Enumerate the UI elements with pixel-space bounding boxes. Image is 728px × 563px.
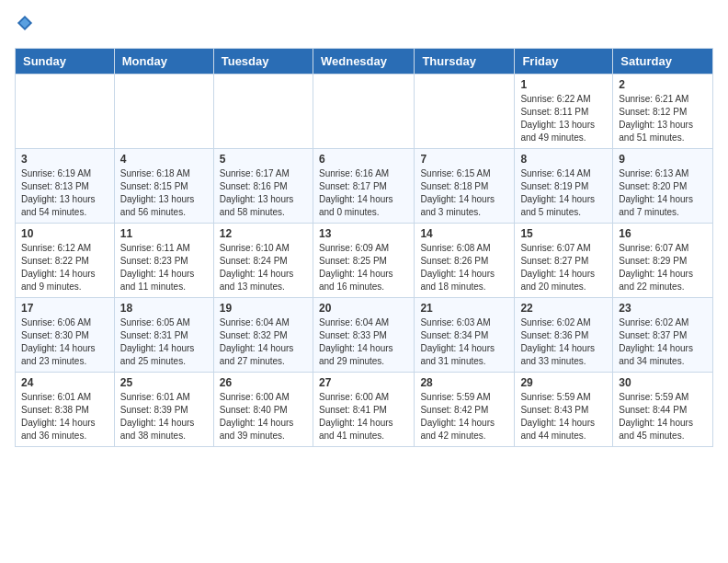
day-cell: 6Sunrise: 6:16 AM Sunset: 8:17 PM Daylig… [313,149,414,224]
day-info: Sunrise: 6:07 AM Sunset: 8:29 PM Dayligh… [619,242,707,293]
day-number: 14 [420,227,508,240]
day-info: Sunrise: 6:13 AM Sunset: 8:20 PM Dayligh… [619,167,707,219]
day-info: Sunrise: 6:05 AM Sunset: 8:31 PM Dayligh… [120,316,208,368]
day-number: 15 [520,227,607,240]
day-info: Sunrise: 6:15 AM Sunset: 8:18 PM Dayligh… [420,167,508,219]
day-cell: 23Sunrise: 6:02 AM Sunset: 8:37 PM Dayli… [613,298,713,373]
day-number: 30 [619,376,707,389]
day-info: Sunrise: 6:08 AM Sunset: 8:26 PM Dayligh… [420,242,508,293]
day-cell: 18Sunrise: 6:05 AM Sunset: 8:31 PM Dayli… [114,298,213,373]
day-number: 28 [420,376,508,389]
day-number: 17 [21,302,108,315]
day-number: 23 [619,302,707,315]
day-info: Sunrise: 6:00 AM Sunset: 8:40 PM Dayligh… [220,391,307,442]
day-cell: 24Sunrise: 6:01 AM Sunset: 8:38 PM Dayli… [16,373,115,447]
day-info: Sunrise: 6:10 AM Sunset: 8:24 PM Dayligh… [220,242,307,293]
day-cell: 5Sunrise: 6:17 AM Sunset: 8:16 PM Daylig… [213,149,313,224]
weekday-header-row: SundayMondayTuesdayWednesdayThursdayFrid… [16,49,713,75]
day-cell: 21Sunrise: 6:03 AM Sunset: 8:34 PM Dayli… [415,298,515,373]
weekday-header-friday: Friday [515,49,613,75]
week-row-4: 24Sunrise: 6:01 AM Sunset: 8:38 PM Dayli… [16,373,713,447]
day-number: 26 [220,376,307,389]
day-info: Sunrise: 6:21 AM Sunset: 8:12 PM Dayligh… [619,93,707,144]
day-cell: 19Sunrise: 6:04 AM Sunset: 8:32 PM Dayli… [213,298,313,373]
day-number: 1 [520,78,607,91]
day-cell: 17Sunrise: 6:06 AM Sunset: 8:30 PM Dayli… [16,298,115,373]
day-info: Sunrise: 6:22 AM Sunset: 8:11 PM Dayligh… [520,93,607,144]
weekday-header-saturday: Saturday [613,49,713,75]
day-number: 27 [319,376,408,389]
day-number: 9 [619,153,707,166]
day-cell: 25Sunrise: 6:01 AM Sunset: 8:39 PM Dayli… [114,373,213,447]
day-cell [16,75,115,149]
day-cell: 14Sunrise: 6:08 AM Sunset: 8:26 PM Dayli… [415,224,515,298]
day-cell: 2Sunrise: 6:21 AM Sunset: 8:12 PM Daylig… [613,75,713,149]
day-cell: 10Sunrise: 6:12 AM Sunset: 8:22 PM Dayli… [16,224,115,298]
day-number: 29 [520,376,607,389]
weekday-header-wednesday: Wednesday [313,49,414,75]
day-number: 12 [220,227,307,240]
calendar: SundayMondayTuesdayWednesdayThursdayFrid… [15,48,713,447]
day-number: 3 [21,153,108,166]
day-number: 19 [220,302,307,315]
day-cell: 26Sunrise: 6:00 AM Sunset: 8:40 PM Dayli… [213,373,313,447]
day-number: 2 [619,78,707,91]
day-cell: 4Sunrise: 6:18 AM Sunset: 8:15 PM Daylig… [114,149,213,224]
day-info: Sunrise: 6:03 AM Sunset: 8:34 PM Dayligh… [420,316,508,368]
day-info: Sunrise: 6:19 AM Sunset: 8:13 PM Dayligh… [21,167,108,219]
day-number: 25 [120,376,208,389]
day-info: Sunrise: 6:17 AM Sunset: 8:16 PM Dayligh… [220,167,307,219]
day-info: Sunrise: 6:18 AM Sunset: 8:15 PM Dayligh… [120,167,208,219]
day-info: Sunrise: 6:09 AM Sunset: 8:25 PM Dayligh… [319,242,408,293]
day-info: Sunrise: 6:02 AM Sunset: 8:36 PM Dayligh… [520,316,607,368]
day-info: Sunrise: 6:02 AM Sunset: 8:37 PM Dayligh… [619,316,707,368]
day-number: 5 [220,153,307,166]
day-info: Sunrise: 6:04 AM Sunset: 8:32 PM Dayligh… [220,316,307,368]
day-number: 21 [420,302,508,315]
day-cell: 8Sunrise: 6:14 AM Sunset: 8:19 PM Daylig… [515,149,613,224]
logo [15,15,37,37]
day-cell: 12Sunrise: 6:10 AM Sunset: 8:24 PM Dayli… [213,224,313,298]
day-cell [213,75,313,149]
day-info: Sunrise: 5:59 AM Sunset: 8:42 PM Dayligh… [420,391,508,442]
day-cell: 9Sunrise: 6:13 AM Sunset: 8:20 PM Daylig… [613,149,713,224]
day-cell [313,75,414,149]
weekday-header-sunday: Sunday [16,49,115,75]
logo-icon [17,15,33,31]
day-cell: 29Sunrise: 5:59 AM Sunset: 8:43 PM Dayli… [515,373,613,447]
day-cell: 7Sunrise: 6:15 AM Sunset: 8:18 PM Daylig… [415,149,515,224]
day-cell: 27Sunrise: 6:00 AM Sunset: 8:41 PM Dayli… [313,373,414,447]
day-cell [415,75,515,149]
day-info: Sunrise: 6:01 AM Sunset: 8:38 PM Dayligh… [21,391,108,442]
day-info: Sunrise: 6:16 AM Sunset: 8:17 PM Dayligh… [319,167,408,219]
header [15,15,713,37]
day-number: 16 [619,227,707,240]
day-info: Sunrise: 6:12 AM Sunset: 8:22 PM Dayligh… [21,242,108,293]
day-cell: 22Sunrise: 6:02 AM Sunset: 8:36 PM Dayli… [515,298,613,373]
day-number: 8 [520,153,607,166]
day-cell: 3Sunrise: 6:19 AM Sunset: 8:13 PM Daylig… [16,149,115,224]
day-info: Sunrise: 6:06 AM Sunset: 8:30 PM Dayligh… [21,316,108,368]
week-row-0: 1Sunrise: 6:22 AM Sunset: 8:11 PM Daylig… [16,75,713,149]
day-cell: 20Sunrise: 6:04 AM Sunset: 8:33 PM Dayli… [313,298,414,373]
weekday-header-thursday: Thursday [415,49,515,75]
day-number: 22 [520,302,607,315]
day-info: Sunrise: 5:59 AM Sunset: 8:44 PM Dayligh… [619,391,707,442]
day-number: 18 [120,302,208,315]
day-number: 13 [319,227,408,240]
week-row-1: 3Sunrise: 6:19 AM Sunset: 8:13 PM Daylig… [16,149,713,224]
day-cell: 28Sunrise: 5:59 AM Sunset: 8:42 PM Dayli… [415,373,515,447]
day-info: Sunrise: 5:59 AM Sunset: 8:43 PM Dayligh… [520,391,607,442]
day-cell: 1Sunrise: 6:22 AM Sunset: 8:11 PM Daylig… [515,75,613,149]
day-number: 20 [319,302,408,315]
day-cell [114,75,213,149]
day-cell: 16Sunrise: 6:07 AM Sunset: 8:29 PM Dayli… [613,224,713,298]
day-number: 11 [120,227,208,240]
day-info: Sunrise: 6:04 AM Sunset: 8:33 PM Dayligh… [319,316,408,368]
day-number: 24 [21,376,108,389]
day-cell: 11Sunrise: 6:11 AM Sunset: 8:23 PM Dayli… [114,224,213,298]
week-row-2: 10Sunrise: 6:12 AM Sunset: 8:22 PM Dayli… [16,224,713,298]
day-cell: 30Sunrise: 5:59 AM Sunset: 8:44 PM Dayli… [613,373,713,447]
day-number: 6 [319,153,408,166]
day-cell: 15Sunrise: 6:07 AM Sunset: 8:27 PM Dayli… [515,224,613,298]
